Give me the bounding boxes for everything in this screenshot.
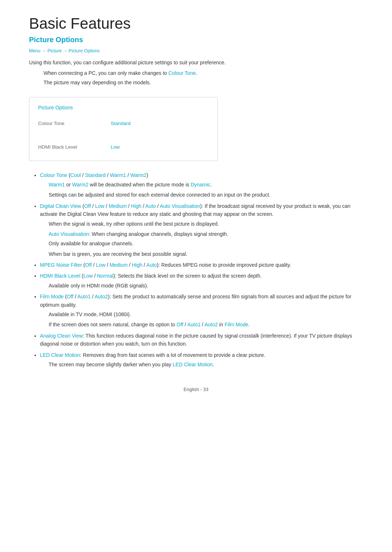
dcv-medium-link[interactable]: Medium — [109, 203, 127, 209]
hdmi-black-level-link[interactable]: HDMI Black Level — [40, 273, 80, 279]
sub-indent-2: Settings can be adjusted and stored for … — [49, 191, 363, 199]
breadcrumb-text: Menu → Picture → Picture Options — [29, 48, 100, 53]
intro-line-3: The picture may vary depending on the mo… — [44, 78, 363, 86]
sub-indent-analogue: Only available for analogue channels. — [49, 239, 363, 247]
box-label-hdmi-black-level: HDMI Black Level — [38, 144, 111, 150]
dcv-auto-vis-link[interactable]: Auto Visualisation — [160, 203, 200, 209]
fm-sub-auto1-link[interactable]: Auto1 — [187, 322, 201, 327]
fm-auto2-link[interactable]: Auto2 — [95, 294, 108, 299]
dcv-auto-link[interactable]: Auto — [146, 203, 156, 209]
list-item: HDMI Black Level (Low / Normal): Selects… — [40, 272, 363, 290]
warm2-link[interactable]: Warm2 — [130, 172, 147, 178]
digital-clean-view-link[interactable]: Digital Clean View — [40, 203, 81, 209]
sub-indent-bar-green: When bar is green, you are receiving the… — [49, 250, 363, 258]
cool-link[interactable]: Cool — [70, 172, 81, 178]
mnf-high-link[interactable]: High — [132, 262, 142, 268]
hbl-low-link[interactable]: Low — [83, 273, 93, 279]
list-item: Film Mode (Off / Auto1 / Auto2): Sets th… — [40, 293, 363, 329]
section-title: Picture Options — [29, 36, 363, 44]
page-title: Basic Features — [29, 15, 363, 33]
box-value-hdmi-black-level: Low — [111, 144, 120, 150]
box-value-colour-tone: Standard — [111, 121, 131, 126]
list-item: LED Clear Motion: Removes drag from fast… — [40, 351, 363, 369]
breadcrumb: Menu → Picture → Picture Options — [29, 48, 363, 53]
fm-off-link[interactable]: Off — [67, 294, 73, 299]
mpeg-noise-filter-link[interactable]: MPEG Noise Filter — [40, 262, 82, 268]
film-mode-link[interactable]: Film Mode — [40, 294, 64, 299]
content-section: Colour Tone (Cool / Standard / Warm1 / W… — [29, 171, 363, 369]
intro-line-1: Using this function, you can configure a… — [29, 59, 363, 67]
box-row-hdmi-black-level: HDMI Black Level Low — [38, 141, 209, 153]
intro-line-2: When connecting a PC, you can only make … — [44, 69, 363, 77]
film-mode-sub-link[interactable]: Film Mode — [225, 322, 248, 327]
warm2-sub-link[interactable]: Warm2 — [72, 182, 89, 188]
dcv-low-link[interactable]: Low — [95, 203, 105, 209]
sub-indent-hdmi: Available only in HDMI mode (RGB signals… — [49, 282, 363, 290]
box-title: Picture Options — [38, 105, 209, 110]
sub-indent-film-natural: If the screen does not seem natural, cha… — [49, 321, 363, 329]
standard-link[interactable]: Standard — [85, 172, 106, 178]
led-clear-motion-link[interactable]: LED Clear Motion — [40, 352, 80, 358]
feature-list: Colour Tone (Cool / Standard / Warm1 / W… — [29, 171, 363, 369]
warm1-link[interactable]: Warm1 — [110, 172, 126, 178]
picture-options-box: Picture Options Colour Tone Standard HDM… — [29, 97, 218, 161]
list-item: MPEG Noise Filter (Off / Low / Medium / … — [40, 261, 363, 269]
hbl-normal-link[interactable]: Normal — [97, 273, 113, 279]
dcv-high-link[interactable]: High — [131, 203, 142, 209]
sub-indent: Warm1 or Warm2 will be deactivated when … — [49, 181, 363, 189]
mnf-auto-link[interactable]: Auto — [146, 262, 157, 268]
colour-tone-item-link[interactable]: Colour Tone — [40, 172, 67, 178]
mnf-off-link[interactable]: Off — [85, 262, 91, 268]
dynamic-link[interactable]: Dynamic — [191, 182, 210, 188]
list-item: Colour Tone (Cool / Standard / Warm1 / W… — [40, 171, 363, 199]
auto-vis-sub-link[interactable]: Auto Visualisation — [49, 231, 89, 237]
fm-sub-off-link[interactable]: Off — [177, 322, 183, 327]
analog-clean-view-link[interactable]: Analog Clean View — [40, 333, 83, 339]
sub-indent-led: The screen may become slightly darker wh… — [49, 360, 363, 368]
colour-tone-link[interactable]: Colour Tone — [168, 70, 196, 76]
fm-auto1-link[interactable]: Auto1 — [77, 294, 91, 299]
dcv-off-link[interactable]: Off — [84, 203, 91, 209]
fm-sub-auto2-link[interactable]: Auto2 — [204, 322, 218, 327]
mnf-low-link[interactable]: Low — [96, 262, 106, 268]
sub-indent-auto-vis: Auto Visualisation: When changing analog… — [49, 230, 363, 238]
sub-indent-3: When the signal is weak, try other optio… — [49, 220, 363, 228]
led-clear-motion-sub-link[interactable]: LED Clear Motion — [173, 362, 213, 367]
page-footer: English - 33 — [29, 387, 363, 392]
box-row-colour-tone: Colour Tone Standard — [38, 117, 209, 130]
list-item: Digital Clean View (Off / Low / Medium /… — [40, 202, 363, 258]
mnf-medium-link[interactable]: Medium — [110, 262, 128, 268]
warm1-sub-link[interactable]: Warm1 — [49, 182, 65, 188]
list-item: Analog Clean View: This function reduces… — [40, 332, 363, 348]
box-label-colour-tone: Colour Tone — [38, 121, 111, 126]
sub-indent-film-tv: Available in TV mode, HDMI (1080i). — [49, 310, 363, 318]
